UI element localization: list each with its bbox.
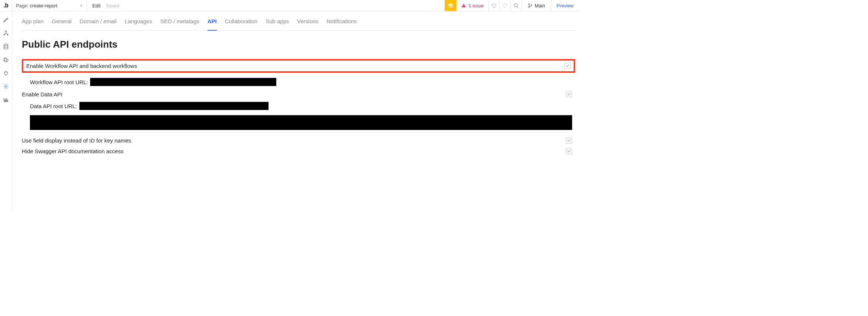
issues-button[interactable]: 1 issue xyxy=(457,0,488,11)
issue-count: 1 issue xyxy=(468,3,483,8)
enable-data-api-label: Enable Data API xyxy=(22,91,62,97)
enable-workflow-api-checkbox[interactable] xyxy=(564,63,571,69)
field-display-label: Use field display instead of ID for key … xyxy=(22,137,131,144)
tab-general[interactable]: General xyxy=(52,18,71,26)
enable-workflow-api-label: Enable Workflow API and backend workflow… xyxy=(26,63,137,69)
hide-swagger-checkbox[interactable] xyxy=(566,148,572,154)
data-api-url-label: Data API root URL: xyxy=(30,103,77,109)
branch-selector[interactable]: Main xyxy=(522,0,551,11)
search-button[interactable] xyxy=(510,0,522,11)
tab-sub-apps[interactable]: Sub apps xyxy=(266,18,289,26)
warning-icon xyxy=(461,3,466,8)
workflow-api-url-label: Workflow API root URL: xyxy=(30,79,88,85)
data-api-url-value-redacted xyxy=(79,102,269,110)
sidebar-design[interactable] xyxy=(3,17,9,23)
tab-notifications[interactable]: Notifications xyxy=(327,18,357,26)
hide-swagger-row: Hide Swagger API documentation access xyxy=(22,146,575,157)
sidebar-plugins[interactable] xyxy=(3,70,9,76)
bubble-logo-icon: .b xyxy=(3,2,8,9)
edit-status-cell: Edit Saved xyxy=(87,0,445,11)
undo-icon xyxy=(491,3,497,8)
svg-point-8 xyxy=(529,7,529,7)
edit-label[interactable]: Edit xyxy=(92,3,100,8)
redacted-block xyxy=(30,115,572,130)
tab-seo[interactable]: SEO / metatags xyxy=(160,18,199,26)
workflow-icon xyxy=(3,30,9,36)
saved-status: Saved xyxy=(106,3,119,8)
svg-point-14 xyxy=(5,59,5,59)
enable-data-api-checkbox[interactable] xyxy=(566,91,572,97)
svg-point-9 xyxy=(531,4,532,5)
svg-point-5 xyxy=(514,3,517,7)
sidebar-styles[interactable] xyxy=(3,56,9,63)
plugin-icon xyxy=(3,70,9,76)
field-display-row: Use field display instead of ID for key … xyxy=(22,135,575,146)
data-api-url-row: Data API root URL: xyxy=(22,100,579,113)
page-selector[interactable]: Page: create-report ▼ xyxy=(12,0,87,11)
tab-languages[interactable]: Languages xyxy=(125,18,152,26)
svg-point-15 xyxy=(5,60,5,61)
preview-button[interactable]: Preview xyxy=(551,0,579,11)
svg-point-7 xyxy=(529,4,529,4)
tab-app-plan[interactable]: App plan xyxy=(22,18,44,26)
sidebar-logs[interactable] xyxy=(3,96,9,103)
sidebar-settings[interactable] xyxy=(3,83,9,90)
branch-name: Main xyxy=(535,3,545,8)
content-area: App plan General Domain / email Language… xyxy=(12,11,579,211)
tab-collaboration[interactable]: Collaboration xyxy=(225,18,257,26)
tab-api[interactable]: API xyxy=(208,18,217,26)
sidebar-workflow[interactable] xyxy=(3,30,9,37)
svg-line-6 xyxy=(517,6,518,8)
svg-rect-20 xyxy=(7,100,8,101)
pencil-icon xyxy=(3,17,9,23)
chart-icon xyxy=(3,97,9,103)
redo-icon xyxy=(502,3,508,8)
svg-point-13 xyxy=(4,44,8,45)
tab-domain-email[interactable]: Domain / email xyxy=(80,18,117,26)
gift-button[interactable] xyxy=(445,0,457,11)
gear-icon xyxy=(3,83,9,89)
svg-rect-18 xyxy=(5,100,6,101)
undo-button[interactable] xyxy=(488,0,499,11)
enable-data-api-row: Enable Data API xyxy=(22,89,575,100)
svg-rect-4 xyxy=(464,6,464,7)
gift-icon xyxy=(448,3,453,8)
branch-icon xyxy=(528,3,533,8)
search-icon xyxy=(513,3,519,8)
top-bar: .b Page: create-report ▼ Edit Saved 1 is… xyxy=(0,0,579,11)
palette-icon xyxy=(3,57,9,63)
check-icon xyxy=(567,149,571,153)
svg-point-16 xyxy=(6,61,7,61)
workflow-api-url-value-redacted xyxy=(90,78,276,86)
svg-rect-19 xyxy=(6,99,7,101)
field-display-checkbox[interactable] xyxy=(566,137,572,144)
svg-point-12 xyxy=(7,34,8,35)
check-icon xyxy=(567,92,571,96)
hide-swagger-label: Hide Swagger API documentation access xyxy=(22,148,123,154)
page-name: create-report xyxy=(30,3,57,8)
svg-rect-3 xyxy=(464,5,464,6)
settings-tabs: App plan General Domain / email Language… xyxy=(22,11,575,31)
database-icon xyxy=(3,44,9,49)
page-title: Public API endpoints xyxy=(22,39,579,50)
side-rail xyxy=(0,11,12,211)
check-icon xyxy=(567,138,571,142)
page-prefix: Page: xyxy=(16,3,28,8)
workflow-api-url-row: Workflow API root URL: xyxy=(22,76,579,89)
redo-button[interactable] xyxy=(499,0,510,11)
enable-workflow-api-row: Enable Workflow API and backend workflow… xyxy=(22,59,575,73)
svg-point-17 xyxy=(5,86,7,87)
caret-down-icon: ▼ xyxy=(79,4,83,8)
logo[interactable]: .b xyxy=(0,0,12,11)
svg-point-10 xyxy=(6,31,7,32)
svg-point-11 xyxy=(4,34,5,35)
check-icon xyxy=(565,64,570,68)
sidebar-data[interactable] xyxy=(3,43,9,50)
tab-versions[interactable]: Versions xyxy=(297,18,319,26)
